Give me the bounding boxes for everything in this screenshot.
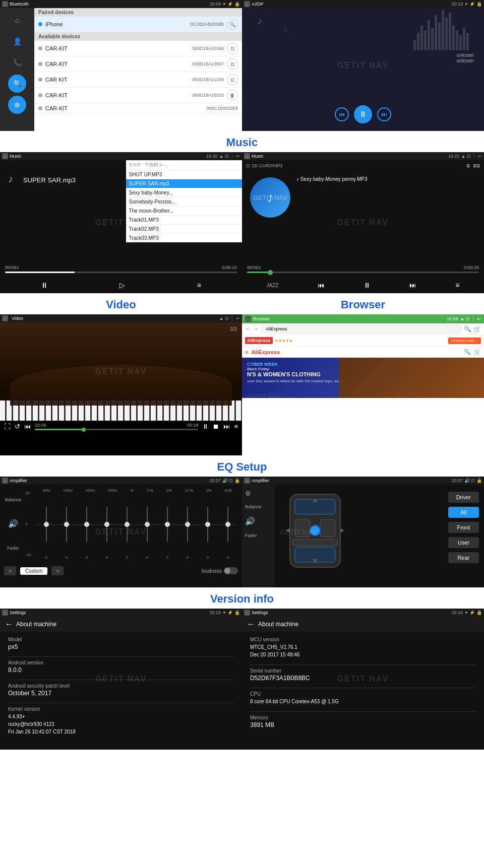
home-icon[interactable]: ⌂ — [2, 315, 8, 321]
eq-freq-15k: 15k — [206, 489, 211, 492]
browser-url-input[interactable]: AliExpress — [261, 325, 462, 333]
driver-btn[interactable]: Driver — [448, 492, 479, 503]
eq-slider-2[interactable] — [66, 494, 67, 555]
eq-slider-6[interactable] — [147, 494, 148, 555]
bt-device-iphone[interactable]: iPhone DC2B2AB2008B 🔍 — [34, 17, 242, 32]
front-btn[interactable]: Front — [448, 522, 479, 533]
playlist-item-5[interactable]: Track01.MP3 — [126, 216, 242, 225]
home-icon[interactable]: ⌂ — [244, 610, 250, 616]
eq-prev-btn[interactable]: « — [4, 566, 16, 575]
home-icon[interactable]: ⌂ — [244, 153, 250, 159]
fullscreen-btn[interactable]: ⛶ — [4, 423, 11, 430]
sidebar-bt-icon[interactable]: ⊛ — [8, 96, 26, 114]
play-pause-btn[interactable]: ⏸ — [354, 105, 372, 123]
eq-y-0: 0 — [25, 522, 33, 526]
playlist-btn[interactable]: ≡ — [197, 281, 201, 289]
eq-slider-1[interactable] — [46, 494, 47, 555]
browser-forward-btn[interactable]: → — [253, 325, 259, 332]
skip-forward-btn[interactable]: ▷ — [119, 281, 125, 289]
playlist-item-4[interactable]: The moon-Brother... — [126, 207, 242, 216]
home-icon[interactable]: ⌂ — [245, 316, 251, 322]
eq-next-btn[interactable]: » — [51, 566, 64, 575]
bt-device-2[interactable]: CAR-KIT 000D18A13997 ⊡ — [34, 56, 242, 72]
playlist-item-6[interactable]: Track02.MP3 — [126, 225, 242, 234]
a2dp-status-bar: ⌂ A2DP 20:13 ✦ ⚡ 🔒 — [242, 0, 484, 8]
version1-back-arrow[interactable]: ← — [5, 620, 13, 629]
prev-video-btn[interactable]: ⏮ — [24, 423, 31, 430]
home-icon[interactable]: ⌂ — [244, 478, 250, 484]
eq-slider-3[interactable] — [86, 494, 87, 555]
eq-panel-2: ⌂ Amplifier 20:07 🔊 ⊡ 🔒 ⚙ Balance 🔊 Fade… — [242, 477, 484, 587]
eq-frequency-area: 60hz 100hz 200hz 500hz 1k 2.5k 10k 12.5k… — [36, 489, 238, 559]
sidebar-home-icon[interactable]: ⌂ — [8, 11, 26, 29]
device-icon-3[interactable]: ⊡ — [227, 74, 238, 85]
bt-device-3[interactable]: CAR KIT 000D18A11339 ⊡ — [34, 72, 242, 88]
eq-icon-2[interactable]: ≡ — [466, 162, 470, 169]
eq-slider-9[interactable] — [207, 494, 208, 555]
eq-slider-7[interactable] — [167, 494, 168, 555]
version2-back-arrow[interactable]: ← — [247, 620, 255, 629]
video-app: Video — [12, 316, 23, 321]
home-icon[interactable]: ⌂ — [2, 1, 8, 7]
ali-cart-icon[interactable]: 🛒 — [474, 349, 481, 355]
pause-btn[interactable]: ⏸ — [41, 281, 48, 289]
eq-slider-10[interactable] — [227, 494, 228, 555]
home-icon[interactable]: ⌂ — [244, 1, 250, 7]
eq-preset-btn[interactable]: Custom — [20, 567, 47, 575]
home-icon[interactable]: ⌂ — [2, 610, 8, 616]
repeat-btn[interactable]: ↺ — [15, 423, 20, 430]
home-icon[interactable]: ⌂ — [2, 153, 8, 159]
music1-progress-bar[interactable] — [5, 272, 237, 273]
next-btn[interactable]: ⏭ — [377, 107, 391, 121]
user-btn[interactable]: User — [448, 537, 479, 548]
playlist-btn-2[interactable]: ≡ — [455, 281, 459, 289]
bt-device-1[interactable]: CAR-KIT 000D18A15344 ⊡ — [34, 41, 242, 56]
search-icon-btn[interactable]: 🔍 — [227, 19, 238, 30]
device-icon-4[interactable]: 🗑 — [227, 90, 238, 101]
music1-controls: ⏸ ▷ ≡ — [0, 281, 242, 289]
prev-btn[interactable]: ⏮ — [335, 107, 349, 121]
home-icon[interactable]: ⌂ — [2, 478, 8, 484]
playlist-item-7[interactable]: Track03.MP3 — [126, 234, 242, 242]
eq-slider-4[interactable] — [106, 494, 107, 555]
eq-slider-5[interactable] — [127, 494, 128, 555]
video-progress-bg[interactable] — [35, 429, 198, 430]
eq-loudness-toggle[interactable] — [224, 567, 238, 574]
ali-nav: ≡ AliExpress 🔍 🛒 — [242, 347, 484, 358]
browser-panel: ⌂ Browser 16:58 ▲ ⊡ ⋮ ↩ ← → AliExpress 🔍… — [242, 314, 484, 455]
sidebar-search-icon[interactable]: 🔍 — [8, 75, 26, 93]
music2-progress-bar[interactable] — [247, 272, 479, 273]
list-icon-2[interactable]: ≡≡ — [473, 162, 480, 169]
playlist-item-3[interactable]: Somebody-Perzios... — [126, 197, 242, 207]
playlist-item-2[interactable]: Sexy baby-Money... — [126, 188, 242, 197]
sidebar-phone-icon[interactable]: 📞 — [8, 53, 26, 72]
bt-device-5[interactable]: CAR-KIT 000C180032E9 — [34, 103, 242, 114]
device-icon-2[interactable]: ⊡ — [227, 58, 238, 70]
pause-video-btn[interactable]: ⏸ — [202, 423, 209, 430]
download-btn[interactable]: DOWNLOAD ↓ — [448, 338, 481, 344]
all-btn[interactable]: All — [448, 507, 479, 518]
sidebar-contacts-icon[interactable]: 👤 — [8, 32, 26, 50]
music2-song-name: Sexy baby-Money penny.MP3 — [300, 176, 368, 182]
playlist-video-btn[interactable]: ≡ — [234, 423, 238, 430]
browser-search-icon[interactable]: 🔍 — [464, 325, 471, 332]
ali-menu-icon[interactable]: ≡ — [245, 349, 248, 355]
bt-device-4[interactable]: CAR-KIT 000D18A15315 🗑 — [34, 88, 242, 103]
stop-btn[interactable]: ⏹ — [213, 423, 219, 430]
browser-cart-icon[interactable]: 🛒 — [473, 325, 481, 332]
eq-sub-6: 0 — [146, 556, 148, 559]
next-video-btn[interactable]: ⏭ — [223, 423, 230, 430]
pause-btn-2[interactable]: ⏸ — [364, 281, 371, 289]
prev-btn-2[interactable]: ⏮ — [318, 281, 325, 289]
rear-btn[interactable]: Rear — [448, 552, 479, 563]
playlist-item-1[interactable]: SHUT UP.MP3 — [126, 170, 242, 179]
music-panel-2: ⌂ Music 16:21 ▲ ⊡ ⋮ ↩ ⊡ SD CARD/MP3 ≡ ≡≡… — [242, 152, 484, 293]
device-icon-1[interactable]: ⊡ — [227, 43, 238, 54]
ali-search-icon[interactable]: 🔍 — [464, 349, 471, 355]
eq2-icons: 🔊 ⊡ 🔒 — [464, 478, 482, 483]
eq-slider-8[interactable] — [187, 494, 188, 555]
next-btn-2[interactable]: ⏭ — [409, 281, 416, 289]
loudness-label: loudness — [202, 568, 222, 574]
browser-back-btn[interactable]: ← — [245, 325, 251, 332]
playlist-item-active[interactable]: SUPER SAR.mp3 — [126, 179, 242, 188]
